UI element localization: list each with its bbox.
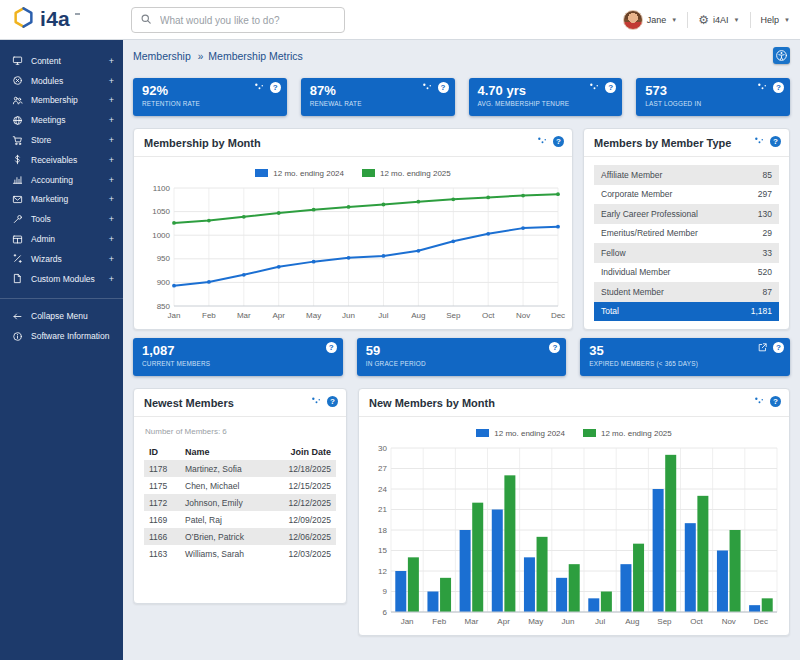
help-icon[interactable]: ? [549, 342, 560, 353]
chevron-down-icon: ▼ [671, 17, 677, 23]
help-icon[interactable]: ? [770, 396, 781, 407]
ai-menu[interactable]: ⚙ i4AI ▼ [698, 14, 739, 26]
join-date: 12/18/2025 [271, 464, 331, 474]
svg-text:Jul: Jul [378, 311, 388, 320]
svg-text:Jun: Jun [561, 617, 574, 626]
sidebar-item-label: Membership [31, 95, 109, 105]
svg-text:Jan: Jan [401, 617, 414, 626]
expand-plus-icon[interactable]: + [109, 155, 114, 165]
kpi-label: IN GRACE PERIOD [366, 360, 558, 367]
chart-legend: 12 mo. ending 202412 mo. ending 2025 [144, 166, 562, 180]
sidebar-item-software-information[interactable]: Software Information [0, 326, 123, 346]
svg-text:Feb: Feb [432, 617, 446, 626]
expand-plus-icon[interactable]: + [109, 175, 114, 185]
sidebar-item-content[interactable]: Content+ [0, 51, 123, 71]
kpi-card-expired-members-365-days-: ?35EXPIRED MEMBERS (< 365 DAYS) [580, 338, 790, 376]
newest-members-table: IDNameJoin Date1178Martinez, Sofia12/18/… [144, 443, 336, 562]
svg-text:1050: 1050 [152, 207, 170, 216]
member-type-count: 33 [763, 248, 772, 258]
share-dots-icon[interactable] [757, 82, 768, 93]
help-icon[interactable]: ? [326, 342, 337, 353]
expand-plus-icon[interactable]: + [109, 254, 114, 264]
svg-text:1100: 1100 [153, 184, 171, 193]
member-type-count: 297 [758, 189, 772, 199]
share-dots-icon[interactable] [589, 82, 600, 93]
expand-plus-icon[interactable]: + [109, 76, 114, 86]
logo[interactable]: i4a [12, 6, 80, 33]
breadcrumb-current[interactable]: Membership Metrics [208, 50, 303, 62]
sidebar-item-tools[interactable]: Tools+ [0, 209, 123, 229]
search-input[interactable] [158, 14, 336, 27]
help-icon[interactable]: ? [770, 136, 781, 147]
chart-legend: 12 mo. ending 202412 mo. ending 2025 [369, 426, 779, 440]
sidebar-item-collapse-menu[interactable]: Collapse Menu [0, 307, 123, 327]
svg-text:Sep: Sep [657, 617, 672, 626]
member-type-count: 87 [763, 287, 772, 297]
accessibility-button[interactable] [773, 47, 790, 64]
sidebar-item-wizards[interactable]: Wizards+ [0, 249, 123, 269]
help-icon[interactable]: ? [327, 396, 338, 407]
expand-plus-icon[interactable]: + [109, 95, 114, 105]
table-row: Affiliate Member85 [594, 165, 779, 185]
help-menu[interactable]: Help ▼ [761, 15, 790, 25]
member-type-count: 130 [758, 209, 772, 219]
share-dots-icon[interactable] [422, 82, 433, 93]
sidebar-item-label: Admin [31, 234, 109, 244]
svg-text:Mar: Mar [237, 311, 251, 320]
user-menu[interactable]: Jane ▼ [623, 10, 677, 30]
kpi-card-retention-rate: ?92%RETENTION RATE [133, 78, 287, 116]
sidebar-item-accounting[interactable]: Accounting+ [0, 170, 123, 190]
help-icon[interactable]: ? [605, 82, 616, 93]
sidebar-item-label: Content [31, 56, 109, 66]
kpi-label: AVG. MEMBERSHIP TENURE [478, 100, 614, 107]
divider [687, 12, 688, 28]
sidebar-item-admin[interactable]: Admin+ [0, 229, 123, 249]
expand-plus-icon[interactable]: + [109, 234, 114, 244]
sidebar-item-custom-modules[interactable]: Custom Modules+ [0, 269, 123, 289]
member-type-label: Student Member [601, 287, 664, 297]
total-label: Total [601, 306, 619, 316]
share-dots-icon[interactable] [754, 396, 765, 407]
expand-plus-icon[interactable]: + [109, 135, 114, 145]
newest-members-card: Newest Members ? Number of Members: 6 ID… [133, 388, 347, 604]
svg-text:Nov: Nov [516, 311, 530, 320]
share-dots-icon[interactable] [311, 396, 322, 407]
sidebar-item-modules[interactable]: Modules+ [0, 71, 123, 91]
sidebar-item-membership[interactable]: Membership+ [0, 91, 123, 111]
share-dots-icon[interactable] [254, 82, 265, 93]
member-type-label: Individual Member [601, 267, 670, 277]
sidebar-item-label: Marketing [31, 194, 109, 204]
users-icon [11, 95, 23, 106]
share-dots-icon[interactable] [537, 136, 548, 147]
help-icon[interactable]: ? [773, 342, 784, 353]
svg-text:900: 900 [157, 278, 171, 287]
help-icon[interactable]: ? [773, 82, 784, 93]
legend-item: 12 mo. ending 2024 [255, 169, 344, 178]
expand-plus-icon[interactable]: + [109, 56, 114, 66]
help-icon[interactable]: ? [553, 136, 564, 147]
membership-line-chart: 850900950100010501100JanFebMarAprMayJunJ… [144, 183, 566, 321]
sidebar-item-store[interactable]: Store+ [0, 130, 123, 150]
kpi-label: RETENTION RATE [142, 100, 278, 107]
expand-plus-icon[interactable]: + [109, 194, 114, 204]
sidebar-item-meetings[interactable]: Meetings+ [0, 110, 123, 130]
sidebar-item-receivables[interactable]: Receivables+ [0, 150, 123, 170]
table-row: Early Career Professional130 [594, 204, 779, 224]
help-label: Help [761, 15, 780, 25]
external-link-icon[interactable] [757, 342, 768, 353]
sidebar-item-marketing[interactable]: Marketing+ [0, 190, 123, 210]
avatar [623, 10, 643, 30]
help-icon[interactable]: ? [270, 82, 281, 93]
expand-plus-icon[interactable]: + [109, 115, 114, 125]
breadcrumb-parent[interactable]: Membership [133, 50, 191, 62]
svg-text:6: 6 [383, 608, 388, 617]
svg-text:850: 850 [157, 302, 171, 311]
share-dots-icon[interactable] [754, 136, 765, 147]
bar-chart-icon [11, 174, 23, 185]
help-icon[interactable]: ? [438, 82, 449, 93]
expand-plus-icon[interactable]: + [109, 214, 114, 224]
expand-plus-icon[interactable]: + [109, 274, 114, 284]
svg-text:18: 18 [378, 526, 387, 535]
monitor-icon [11, 55, 23, 66]
sidebar-item-label: Tools [31, 214, 109, 224]
